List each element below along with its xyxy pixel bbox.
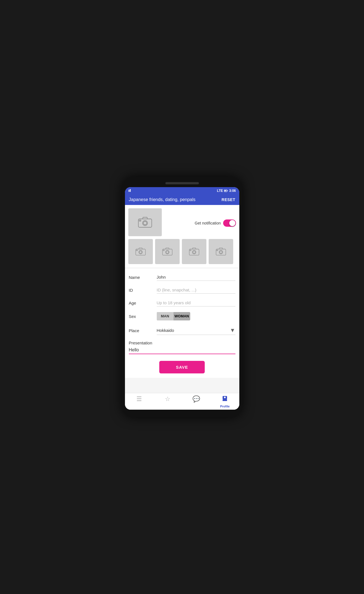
svg-point-19	[193, 251, 195, 253]
status-left	[128, 189, 132, 193]
notification-toggle[interactable]	[223, 219, 236, 227]
presentation-input[interactable]	[129, 346, 235, 354]
id-row: ID	[129, 284, 235, 296]
photo-thumb-2[interactable]	[155, 239, 180, 264]
age-row: Age	[129, 296, 235, 309]
svg-rect-4	[225, 190, 226, 191]
sex-man[interactable]: MAN	[157, 312, 173, 320]
photo-thumb-1[interactable]	[128, 239, 153, 264]
name-label: Name	[129, 275, 157, 280]
star-icon: ☆	[165, 395, 170, 403]
lte-label: LTE	[217, 189, 223, 193]
toggle-knob	[229, 220, 235, 226]
presentation-label: Presentation	[129, 338, 235, 346]
photo-thumb-4[interactable]	[209, 239, 233, 264]
id-input[interactable]	[157, 286, 235, 294]
phone-frame: LTE 3:06 Japanese friends, dating, penpa…	[122, 177, 242, 417]
phone-notch	[165, 182, 199, 184]
profile-icon	[221, 395, 228, 404]
photo-row-main: Get notification	[128, 208, 236, 236]
place-label: Place	[129, 328, 157, 333]
place-row: Place Hokkaido ▼	[129, 323, 235, 338]
save-button[interactable]: SAVE	[159, 361, 205, 373]
svg-rect-0	[129, 190, 129, 192]
main-content: Get notification	[125, 205, 239, 393]
notification-label: Get notification	[195, 221, 221, 225]
name-input[interactable]	[157, 274, 235, 281]
name-row: Name	[129, 271, 235, 284]
reset-button[interactable]: RESET	[221, 197, 235, 202]
svg-rect-3	[227, 190, 228, 191]
sex-row: Sex MAN WOMAN	[129, 309, 235, 323]
place-value: Hokkaido	[157, 328, 174, 333]
form-section: Name ID Age Sex MAN	[125, 269, 239, 356]
id-label: ID	[129, 288, 157, 293]
dropdown-arrow-icon: ▼	[230, 327, 235, 334]
status-bar: LTE 3:06	[125, 187, 239, 194]
nav-item-profile[interactable]: Profile	[211, 395, 239, 408]
svg-rect-1	[130, 189, 131, 192]
nav-item-messages[interactable]: 💬	[182, 395, 211, 408]
svg-rect-8	[139, 220, 141, 221]
svg-point-11	[139, 251, 142, 253]
svg-rect-12	[136, 250, 137, 251]
phone-screen: LTE 3:06 Japanese friends, dating, penpa…	[125, 187, 239, 410]
status-right: LTE 3:06	[217, 189, 236, 193]
main-photo[interactable]	[128, 208, 162, 236]
sex-label: Sex	[129, 314, 157, 319]
place-dropdown[interactable]: Hokkaido ▼	[157, 326, 235, 335]
notification-area: Get notification	[162, 208, 236, 227]
photo-section: Get notification	[125, 205, 239, 267]
presentation-row: Presentation	[129, 338, 235, 354]
photo-thumbs	[128, 239, 236, 264]
age-label: Age	[129, 301, 157, 305]
app-header: Japanese friends, dating, penpals RESET	[125, 194, 239, 205]
chat-icon: 💬	[192, 395, 200, 403]
svg-rect-16	[163, 250, 164, 251]
svg-rect-24	[216, 250, 218, 251]
profile-label: Profile	[220, 405, 230, 408]
clock: 3:06	[229, 189, 236, 193]
menu-icon: ☰	[136, 395, 142, 403]
svg-point-15	[166, 251, 168, 253]
svg-point-23	[220, 251, 222, 253]
age-input[interactable]	[157, 299, 235, 306]
svg-point-7	[143, 221, 147, 225]
sex-woman[interactable]: WOMAN	[173, 312, 190, 320]
svg-point-26	[224, 397, 226, 398]
nav-item-menu[interactable]: ☰	[125, 395, 154, 408]
save-section: SAVE	[125, 356, 239, 378]
sex-toggle[interactable]: MAN WOMAN	[157, 312, 190, 320]
photo-thumb-3[interactable]	[182, 239, 206, 264]
svg-rect-20	[190, 250, 191, 251]
app-title: Japanese friends, dating, penpals	[129, 197, 196, 202]
bottom-nav: ☰ ☆ 💬 Profile	[125, 393, 239, 410]
nav-item-favorites[interactable]: ☆	[153, 395, 182, 408]
